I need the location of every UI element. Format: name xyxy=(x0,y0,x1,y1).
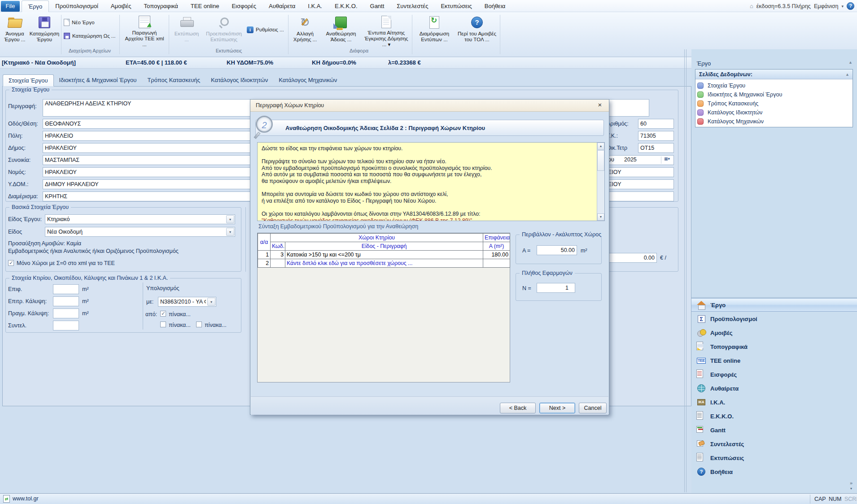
space-desc-cell[interactable]: Κατοικία >150 τμ και <=200 τμ xyxy=(285,251,483,259)
region-field-right[interactable] xyxy=(606,191,674,201)
nav-eisfores[interactable]: Εισφορές xyxy=(691,368,857,381)
table-row[interactable]: 2 Κάντε διπλό κλικ εδώ για να προσθέσετε… xyxy=(258,259,510,268)
ydom-field-right[interactable] xyxy=(606,179,674,189)
menu-tab-eisfores[interactable]: Εισφορές xyxy=(225,0,262,12)
menu-tab-gantt[interactable]: Gantt xyxy=(364,0,391,12)
info-scrollbar[interactable]: ▲ ▼ xyxy=(597,143,604,221)
table1-checkbox[interactable] xyxy=(160,311,166,317)
data-pages-header[interactable]: Σελίδες Δεδομένων:▲ xyxy=(695,70,853,79)
panel-splitter[interactable] xyxy=(684,49,686,492)
nav-tee-online[interactable]: TEEΤΕΕ online xyxy=(691,354,857,367)
sidebar-item-katalogos-mixanikon[interactable]: Κατάλογος Μηχανικών xyxy=(697,117,764,126)
menu-tab-afthaireta[interactable]: Αυθαίρετα xyxy=(262,0,302,12)
dialog-titlebar[interactable]: Περιγραφή Χώρων Κτηρίου × xyxy=(250,100,609,112)
tab-katalogos-mixanikon[interactable]: Κατάλογος Μηχανικών xyxy=(273,74,342,87)
tab-idioktites-mixanikoi[interactable]: Ιδιοκτήτες & Μηχανικοί Έργου xyxy=(54,74,142,87)
scroll-up-icon[interactable]: ▲ xyxy=(597,143,604,150)
display-dropdown-icon[interactable]: ▾ xyxy=(841,4,844,9)
prefecture-field-right[interactable] xyxy=(606,167,674,177)
menu-tab-ekko[interactable]: Ε.Κ.Κ.Ο. xyxy=(328,0,364,12)
help-icon[interactable]: ? xyxy=(847,2,854,10)
format-forms-button[interactable]: Διαμόρφωση Εντύπων ... xyxy=(415,13,454,48)
table3-checkbox[interactable] xyxy=(196,322,202,327)
table2-checkbox[interactable] xyxy=(160,322,166,327)
actual-coverage-field[interactable] xyxy=(53,308,79,318)
settings-button[interactable]: i Ρυθμίσεις ... xyxy=(247,25,284,35)
cancel-button[interactable]: Cancel xyxy=(579,403,607,413)
space-area-cell-selected[interactable]: 180.00 xyxy=(483,251,510,259)
surface-field[interactable] xyxy=(53,284,79,294)
nav-afthaireta[interactable]: Αυθαίρετα xyxy=(691,382,857,395)
sidebar-item-idioktites[interactable]: Ιδιοκτήτες & Μηχανικοί Έργου xyxy=(697,90,782,99)
allowed-coverage-field[interactable] xyxy=(53,296,79,306)
application-forms-button[interactable]: Έντυπα Αίτησης Έγκρισης Δόμησης ... ▾ xyxy=(363,13,410,48)
nav-syntelestes[interactable]: Συντελεστές xyxy=(691,437,857,451)
menu-tab-voitheia[interactable]: Βοήθεια xyxy=(478,0,512,12)
block-field[interactable] xyxy=(638,143,674,153)
sidebar-item-katalogos-idioktiton[interactable]: Κατάλογος Ιδιοκτητών xyxy=(697,108,762,117)
nav-ika[interactable]: IKAΙ.Κ.Α. xyxy=(691,395,857,409)
table-row[interactable]: 1 3 Κατοικία >150 τμ και <=200 τμ 180.00 xyxy=(258,251,510,259)
collapse-icon[interactable]: ▲ xyxy=(848,60,853,65)
space-code-cell[interactable]: 3 xyxy=(271,251,285,259)
menu-tab-ika[interactable]: Ι.Κ.Α. xyxy=(302,0,328,12)
nav-topografika[interactable]: Τοπογραφικά xyxy=(691,340,857,353)
back-button[interactable]: < Back xyxy=(500,403,536,413)
calendar-dropdown-icon[interactable]: ▦▾ xyxy=(661,156,673,164)
calc-law-select[interactable]: N3863/2010 - ΥΑ Φ: ▾ xyxy=(158,297,216,307)
menu-tab-proypologismoi[interactable]: Προϋπολογισμοί xyxy=(49,0,104,12)
space-code-cell[interactable] xyxy=(271,259,285,268)
groupbox-title: Περιβάλλον - Ακάλυπτος Χώρος xyxy=(520,231,603,238)
open-project-button[interactable]: Άνοιγμα Έργου ... xyxy=(1,13,29,48)
nav-gantt[interactable]: Gantt xyxy=(691,423,857,437)
add-space-placeholder[interactable]: Κάντε διπλό κλικ εδώ για να προσθέσετε χ… xyxy=(285,259,483,268)
menu-tab-syntelestes[interactable]: Συντελεστές xyxy=(390,0,434,12)
dropdown-icon[interactable]: ▾ xyxy=(226,215,234,223)
menu-tab-tee-online[interactable]: ΤΕΕ online xyxy=(184,0,226,12)
apps-count-field[interactable] xyxy=(537,283,575,293)
tab-tropos-kataskevis[interactable]: Τρόπος Κατασκευής xyxy=(142,74,206,87)
postal-code-field[interactable] xyxy=(638,131,674,141)
dropdown-icon[interactable]: ▾ xyxy=(207,298,215,306)
save-project-button[interactable]: Καταχώρηση Έργου xyxy=(30,13,59,48)
website-link[interactable]: www.tol.gr xyxy=(13,495,39,502)
project-kind-select[interactable]: Κτηριακό ▾ xyxy=(45,214,235,224)
scrollbar-thumb[interactable] xyxy=(597,150,604,171)
close-icon[interactable]: × xyxy=(595,101,604,109)
nav-voitheia[interactable]: ?Βοήθεια xyxy=(691,465,857,478)
number-field[interactable] xyxy=(638,119,674,129)
sidebar-item-tropos[interactable]: Τρόπος Κατασκευής xyxy=(697,99,758,108)
home-icon[interactable]: ⌂ xyxy=(750,3,753,9)
menu-tab-amoives[interactable]: Αμοιβές xyxy=(105,0,138,12)
produce-tee-xml-button[interactable]: Παραγωγή Αρχείου ΤΕΕ xml ... xyxy=(123,13,166,48)
nav-ergo[interactable]: Έργο xyxy=(691,298,857,312)
nav-ektyposeis[interactable]: Εκτυπώσεις xyxy=(691,451,857,465)
scroll-down-icon[interactable]: ▼ xyxy=(597,213,604,221)
change-use-button[interactable]: ↻ Αλλαγή Χρήσης ... xyxy=(291,13,319,48)
nav-amoives[interactable]: Αμοιβές xyxy=(691,326,857,339)
overflow-chevrons-icon[interactable]: »▾ xyxy=(850,481,853,491)
only-spaces-checkbox[interactable] xyxy=(8,260,14,266)
menu-tab-topografika[interactable]: Τοπογραφικά xyxy=(138,0,184,12)
nav-proypologismoi[interactable]: ΣΠροϋπολογισμοί xyxy=(691,312,857,326)
tab-katalogos-idioktiton[interactable]: Κατάλογος Ιδιοκτητών xyxy=(206,74,273,87)
project-type-select[interactable]: Νέα Οικοδομή ▾ xyxy=(45,227,235,237)
permit-revision-button[interactable]: Αναθεώρηση Άδειας ... xyxy=(321,13,361,48)
nav-ekko[interactable]: Ε.Κ.Κ.Ο. xyxy=(691,409,857,423)
collapse-icon[interactable]: ▲ xyxy=(845,70,849,79)
save-as-button[interactable]: Καταχώρηση Ως ... xyxy=(64,31,115,41)
dropdown-icon[interactable]: ▾ xyxy=(226,228,234,236)
new-project-button[interactable]: Νέο Έργο xyxy=(64,17,95,27)
coefficient-field[interactable] xyxy=(53,321,79,330)
web-link-icon[interactable]: ⇄ xyxy=(3,495,10,503)
tab-stoixeia-ergou[interactable]: Στοιχεία Έργου xyxy=(3,74,54,87)
next-button[interactable]: Next > xyxy=(539,403,575,413)
env-area-field[interactable] xyxy=(537,245,577,255)
sidebar-item-stoixeia-ergou[interactable]: Στοιχεία Έργου xyxy=(697,81,745,90)
date-field[interactable]: ου 2025 ▦▾ xyxy=(606,155,674,165)
display-menu[interactable]: Εμφάνιση xyxy=(814,3,839,9)
file-menu-button[interactable]: File xyxy=(1,1,20,12)
menu-tab-ektyposeis[interactable]: Εκτυπώσεις xyxy=(434,0,478,12)
about-button[interactable]: ? Περί του Αμοιβές του ΤΟΛ ... xyxy=(456,13,498,48)
menu-tab-ergo[interactable]: Έργο xyxy=(22,0,49,12)
